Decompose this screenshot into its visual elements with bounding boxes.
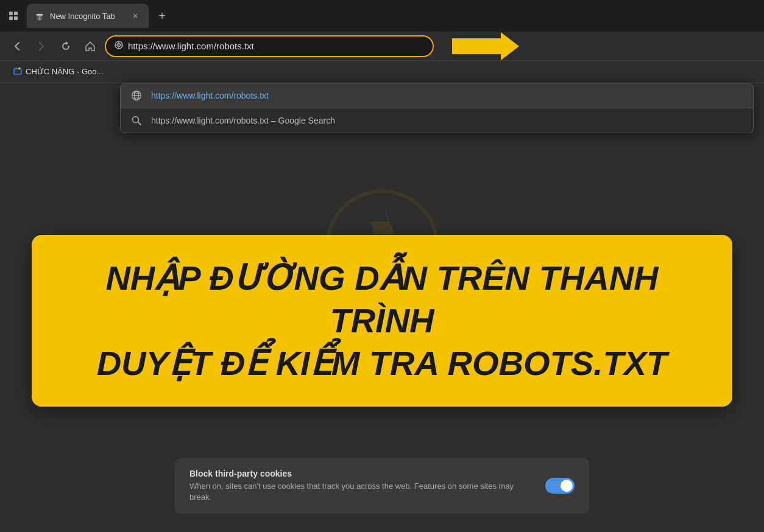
svg-rect-15 [18,68,20,69]
instruction-banner: NHẬP ĐƯỜNG DẪN TRÊN THANH TRÌNH DUYỆT ĐỂ… [32,235,732,407]
svg-rect-13 [14,69,21,74]
incognito-icon [34,10,45,21]
instruction-line2: DUYỆT ĐỂ KIỂM TRA Robots.txt [68,342,696,385]
bookmark-item-chucnang[interactable]: CHỨC NĂNG - Goo... [7,65,109,79]
tab-close-button[interactable]: × [129,10,141,22]
instruction-line1: NHẬP ĐƯỜNG DẪN TRÊN THANH TRÌNH [68,257,696,342]
svg-point-5 [37,16,40,19]
address-bar[interactable] [105,35,434,57]
title-bar: New Incognito Tab × + [0,0,764,32]
forward-button[interactable] [32,37,51,56]
svg-line-22 [138,122,141,125]
cookie-toggle[interactable] [545,478,575,494]
svg-marker-12 [452,32,519,60]
svg-rect-14 [15,68,17,69]
bookmark-label: CHỨC NĂNG - Goo... [26,67,103,76]
cookie-description: When on, sites can't use cookies that tr… [189,481,533,503]
svg-rect-3 [14,16,18,20]
security-icon [115,41,123,51]
yellow-arrow [452,31,519,61]
new-tab-button[interactable]: + [154,7,171,24]
svg-rect-2 [9,16,13,20]
url-input[interactable] [128,41,424,51]
svg-rect-7 [37,14,43,15]
search-icon [130,114,143,127]
autocomplete-url-text: https://www.light.com/robots.txt [151,91,269,100]
reload-button[interactable] [56,37,76,56]
nav-bar [0,32,764,61]
back-button[interactable] [7,37,27,56]
autocomplete-dropdown: https://www.light.com/robots.txt https:/… [120,83,754,133]
autocomplete-item-url[interactable]: https://www.light.com/robots.txt [121,83,753,108]
cookie-notice: Block third-party cookies When on, sites… [175,458,589,514]
cookie-text-block: Block third-party cookies When on, sites… [189,469,533,503]
svg-rect-1 [14,12,18,15]
autocomplete-item-search[interactable]: https://www.light.com/robots.txt – Googl… [121,108,753,133]
home-button[interactable] [80,37,100,56]
cookie-title: Block third-party cookies [189,469,533,478]
globe-icon [130,89,143,102]
svg-point-6 [40,16,43,19]
bookmarks-bar: CHỨC NĂNG - Goo... [0,61,764,83]
instruction-text: NHẬP ĐƯỜNG DẪN TRÊN THANH TRÌNH DUYỆT ĐỂ… [68,257,696,385]
toggle-knob [561,480,573,492]
address-bar-wrapper [105,35,757,57]
main-content: LIGHT LIGHT Nhanh – Chuẩn – Đẹp NHẬP ĐƯỜ… [0,83,764,532]
tab-title: New Incognito Tab [50,12,124,21]
active-tab[interactable]: New Incognito Tab × [27,4,149,28]
svg-rect-0 [9,12,13,15]
tab-switcher-button[interactable] [5,7,22,24]
autocomplete-search-text: https://www.light.com/robots.txt – Googl… [151,116,335,125]
